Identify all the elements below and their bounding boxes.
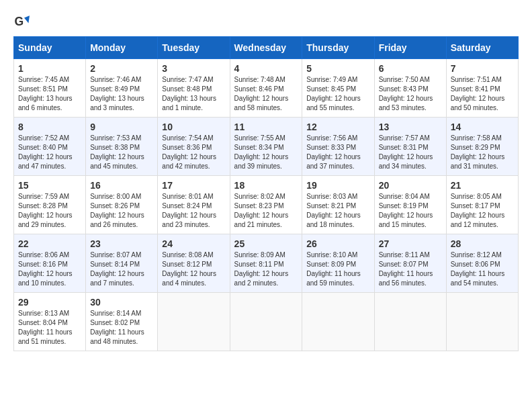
calendar-cell [230,293,302,351]
calendar-cell: 23 Sunrise: 8:07 AM Sunset: 8:14 PM Dayl… [86,234,158,293]
calendar-cell: 6 Sunrise: 7:50 AM Sunset: 8:43 PM Dayli… [374,59,446,118]
calendar-cell: 28 Sunrise: 8:12 AM Sunset: 8:06 PM Dayl… [446,234,518,293]
day-number: 12 [306,122,369,132]
day-info: Sunrise: 7:48 AM Sunset: 8:46 PM Dayligh… [234,75,298,113]
day-number: 1 [18,63,81,74]
day-info: Sunrise: 8:09 AM Sunset: 8:11 PM Dayligh… [234,250,298,288]
day-number: 10 [162,122,225,132]
logo-icon: G [13,13,30,30]
day-number: 14 [451,122,514,132]
calendar-cell: 2 Sunrise: 7:46 AM Sunset: 8:49 PM Dayli… [86,59,158,118]
calendar-cell [158,293,230,351]
day-info: Sunrise: 8:10 AM Sunset: 8:09 PM Dayligh… [306,250,369,288]
calendar-cell: 17 Sunrise: 8:01 AM Sunset: 8:24 PM Dayl… [158,176,230,234]
day-number: 23 [90,238,153,249]
day-number: 7 [451,63,514,74]
day-number: 3 [162,63,225,74]
day-info: Sunrise: 8:04 AM Sunset: 8:19 PM Dayligh… [379,192,442,230]
calendar-cell: 29 Sunrise: 8:13 AM Sunset: 8:04 PM Dayl… [14,293,86,351]
day-number: 30 [90,297,153,308]
day-info: Sunrise: 8:12 AM Sunset: 8:06 PM Dayligh… [451,250,514,288]
calendar-cell: 13 Sunrise: 7:57 AM Sunset: 8:31 PM Dayl… [374,118,446,176]
day-number: 16 [90,180,153,191]
calendar-cell: 7 Sunrise: 7:51 AM Sunset: 8:41 PM Dayli… [446,59,518,118]
day-info: Sunrise: 8:14 AM Sunset: 8:02 PM Dayligh… [90,309,153,347]
day-number: 22 [18,238,81,249]
logo: G [13,13,32,30]
day-info: Sunrise: 8:07 AM Sunset: 8:14 PM Dayligh… [90,250,153,288]
day-info: Sunrise: 7:55 AM Sunset: 8:34 PM Dayligh… [234,134,298,171]
day-info: Sunrise: 8:08 AM Sunset: 8:12 PM Dayligh… [162,250,225,288]
calendar-cell: 15 Sunrise: 7:59 AM Sunset: 8:28 PM Dayl… [14,176,86,234]
day-number: 27 [379,238,442,249]
page-header: G [13,13,519,30]
calendar-cell: 12 Sunrise: 7:56 AM Sunset: 8:33 PM Dayl… [302,118,374,176]
header-tuesday: Tuesday [158,37,230,59]
calendar-cell: 5 Sunrise: 7:49 AM Sunset: 8:45 PM Dayli… [302,59,374,118]
calendar-cell: 11 Sunrise: 7:55 AM Sunset: 8:34 PM Dayl… [230,118,302,176]
day-info: Sunrise: 8:02 AM Sunset: 8:23 PM Dayligh… [234,192,298,230]
day-info: Sunrise: 8:06 AM Sunset: 8:16 PM Dayligh… [18,250,81,288]
day-number: 25 [234,238,298,249]
day-number: 18 [234,180,298,191]
day-number: 6 [379,63,442,74]
calendar-header-row: SundayMondayTuesdayWednesdayThursdayFrid… [14,37,519,59]
day-info: Sunrise: 7:59 AM Sunset: 8:28 PM Dayligh… [18,192,81,230]
day-number: 20 [379,180,442,191]
day-info: Sunrise: 7:56 AM Sunset: 8:33 PM Dayligh… [306,134,369,171]
calendar-cell: 19 Sunrise: 8:03 AM Sunset: 8:21 PM Dayl… [302,176,374,234]
day-number: 21 [451,180,514,191]
day-info: Sunrise: 7:53 AM Sunset: 8:38 PM Dayligh… [90,134,153,171]
day-info: Sunrise: 8:00 AM Sunset: 8:26 PM Dayligh… [90,192,153,230]
day-info: Sunrise: 7:54 AM Sunset: 8:36 PM Dayligh… [162,134,225,171]
day-number: 26 [306,238,369,249]
calendar-cell: 24 Sunrise: 8:08 AM Sunset: 8:12 PM Dayl… [158,234,230,293]
day-number: 24 [162,238,225,249]
day-info: Sunrise: 8:03 AM Sunset: 8:21 PM Dayligh… [306,192,369,230]
calendar-cell: 18 Sunrise: 8:02 AM Sunset: 8:23 PM Dayl… [230,176,302,234]
day-number: 15 [18,180,81,191]
calendar-cell [374,293,446,351]
day-info: Sunrise: 7:58 AM Sunset: 8:29 PM Dayligh… [451,134,514,171]
calendar-cell: 10 Sunrise: 7:54 AM Sunset: 8:36 PM Dayl… [158,118,230,176]
calendar-cell: 26 Sunrise: 8:10 AM Sunset: 8:09 PM Dayl… [302,234,374,293]
day-number: 19 [306,180,369,191]
day-number: 4 [234,63,298,74]
calendar-cell: 4 Sunrise: 7:48 AM Sunset: 8:46 PM Dayli… [230,59,302,118]
day-info: Sunrise: 7:51 AM Sunset: 8:41 PM Dayligh… [451,75,514,113]
day-info: Sunrise: 8:11 AM Sunset: 8:07 PM Dayligh… [379,250,442,288]
calendar-row-2: 8 Sunrise: 7:52 AM Sunset: 8:40 PM Dayli… [14,118,519,176]
day-number: 17 [162,180,225,191]
day-number: 29 [18,297,81,308]
day-info: Sunrise: 7:57 AM Sunset: 8:31 PM Dayligh… [379,134,442,171]
calendar-cell [302,293,374,351]
svg-text:G: G [15,15,24,28]
day-info: Sunrise: 8:05 AM Sunset: 8:17 PM Dayligh… [451,192,514,230]
day-number: 8 [18,122,81,132]
calendar-cell: 21 Sunrise: 8:05 AM Sunset: 8:17 PM Dayl… [446,176,518,234]
header-saturday: Saturday [446,37,518,59]
day-number: 5 [306,63,369,74]
header-thursday: Thursday [302,37,374,59]
day-number: 9 [90,122,153,132]
header-sunday: Sunday [14,37,86,59]
day-info: Sunrise: 7:45 AM Sunset: 8:51 PM Dayligh… [18,75,81,113]
svg-marker-1 [24,15,30,23]
calendar-cell: 25 Sunrise: 8:09 AM Sunset: 8:11 PM Dayl… [230,234,302,293]
calendar-cell [446,293,518,351]
calendar-cell: 30 Sunrise: 8:14 AM Sunset: 8:02 PM Dayl… [86,293,158,351]
calendar-table: SundayMondayTuesdayWednesdayThursdayFrid… [13,36,519,351]
calendar-cell: 8 Sunrise: 7:52 AM Sunset: 8:40 PM Dayli… [14,118,86,176]
calendar-cell: 3 Sunrise: 7:47 AM Sunset: 8:48 PM Dayli… [158,59,230,118]
day-info: Sunrise: 8:13 AM Sunset: 8:04 PM Dayligh… [18,309,81,347]
day-number: 11 [234,122,298,132]
header-friday: Friday [374,37,446,59]
day-info: Sunrise: 7:46 AM Sunset: 8:49 PM Dayligh… [90,75,153,113]
calendar-cell: 27 Sunrise: 8:11 AM Sunset: 8:07 PM Dayl… [374,234,446,293]
calendar-row-1: 1 Sunrise: 7:45 AM Sunset: 8:51 PM Dayli… [14,59,519,118]
day-info: Sunrise: 7:47 AM Sunset: 8:48 PM Dayligh… [162,75,225,113]
calendar-row-4: 22 Sunrise: 8:06 AM Sunset: 8:16 PM Dayl… [14,234,519,293]
calendar-row-3: 15 Sunrise: 7:59 AM Sunset: 8:28 PM Dayl… [14,176,519,234]
calendar-cell: 20 Sunrise: 8:04 AM Sunset: 8:19 PM Dayl… [374,176,446,234]
header-wednesday: Wednesday [230,37,302,59]
